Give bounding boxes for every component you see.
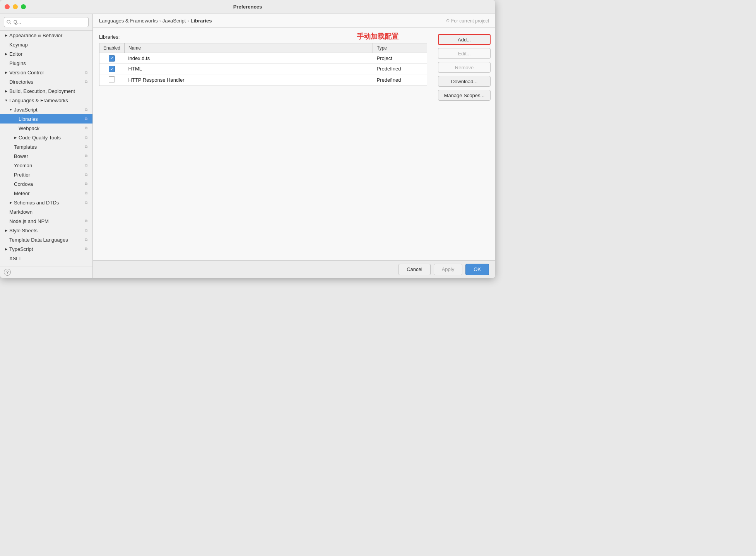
manage-scopes-button[interactable]: Manage Scopes... [438, 90, 491, 101]
window-title: Preferences [233, 4, 262, 10]
table-row[interactable]: HTTP Response HandlerPredefined [99, 74, 427, 86]
copy-icon-webpack[interactable] [83, 125, 89, 131]
sidebar-item-webpack[interactable]: Webpack [0, 124, 92, 133]
sidebar: Appearance & BehaviorKeymapEditorPlugins… [0, 14, 93, 278]
copy-icon-bower[interactable] [83, 153, 89, 159]
cell-enabled-2 [99, 74, 125, 86]
remove-button[interactable]: Remove [438, 62, 491, 73]
copy-icon-directories[interactable] [83, 79, 89, 84]
arrow-icon-build [4, 89, 9, 93]
sidebar-item-template-data[interactable]: Template Data Languages [0, 235, 92, 244]
cell-enabled-1 [99, 63, 125, 74]
arrow-icon-languages [4, 98, 9, 103]
search-input[interactable] [4, 17, 89, 27]
chinese-annotation: 手动加载配置 [357, 32, 399, 41]
sidebar-item-typescript[interactable]: TypeScript [0, 244, 92, 254]
apply-button[interactable]: Apply [434, 264, 463, 275]
sidebar-item-yeoman[interactable]: Yeoman [0, 161, 92, 170]
help-button[interactable]: ? [4, 269, 11, 276]
cell-type-2: Predefined [373, 74, 427, 86]
sidebar-label-markdown: Markdown [9, 209, 89, 215]
sidebar-scroll: Appearance & BehaviorKeymapEditorPlugins… [0, 31, 92, 266]
copy-icon-templates[interactable] [83, 144, 89, 149]
sidebar-item-javascript[interactable]: JavaScript [0, 105, 92, 114]
sidebar-label-nodejs: Node.js and NPM [9, 218, 83, 224]
minimize-button[interactable] [13, 4, 18, 9]
copy-icon-cordova[interactable] [83, 181, 89, 187]
cell-type-1: Predefined [373, 63, 427, 74]
sidebar-label-prettier: Prettier [14, 172, 83, 178]
checkbox-checked-1[interactable] [109, 66, 115, 72]
sidebar-item-code-quality[interactable]: Code Quality Tools [0, 133, 92, 142]
sidebar-label-appearance: Appearance & Behavior [9, 33, 89, 38]
sidebar-item-prettier[interactable]: Prettier [0, 170, 92, 179]
sidebar-item-schemas[interactable]: Schemas and DTDs [0, 198, 92, 207]
sidebar-label-templates: Templates [14, 144, 83, 150]
checkbox-unchecked-2[interactable] [109, 76, 115, 82]
sidebar-item-editor[interactable]: Editor [0, 49, 92, 58]
breadcrumb-part-2: JavaScript [162, 18, 186, 24]
breadcrumb: Languages & Frameworks › JavaScript › Li… [99, 18, 489, 24]
sidebar-item-templates[interactable]: Templates [0, 142, 92, 151]
copy-icon-version-control[interactable] [83, 70, 89, 75]
main-content: Appearance & BehaviorKeymapEditorPlugins… [0, 14, 495, 278]
maximize-button[interactable] [21, 4, 26, 9]
sidebar-label-stylesheets: Style Sheets [9, 228, 83, 233]
sidebar-label-xslt: XSLT [9, 256, 89, 261]
arrow-icon-version-control [4, 70, 9, 75]
copy-icon-nodejs[interactable] [83, 218, 89, 224]
table-row[interactable]: index.d.tsProject [99, 53, 427, 64]
libraries-area: Libraries: Enabled Name Type index.d.tsP… [93, 28, 433, 260]
sidebar-item-markdown[interactable]: Markdown [0, 207, 92, 216]
sidebar-label-libraries: Libraries [19, 116, 83, 122]
sidebar-item-directories[interactable]: Directories [0, 77, 92, 86]
libraries-table: Enabled Name Type index.d.tsProjectHTMLP… [99, 43, 427, 86]
cell-type-0: Project [373, 53, 427, 64]
copy-icon-typescript[interactable] [83, 246, 89, 252]
copy-icon-code-quality[interactable] [83, 135, 89, 140]
arrow-icon-code-quality [13, 135, 18, 140]
sidebar-item-nodejs[interactable]: Node.js and NPM [0, 216, 92, 226]
copy-icon-prettier[interactable] [83, 172, 89, 177]
checkbox-checked-0[interactable] [109, 55, 115, 62]
cell-name-1: HTML [125, 63, 373, 74]
sidebar-item-meteor[interactable]: Meteor [0, 189, 92, 198]
col-header-enabled: Enabled [99, 43, 125, 53]
ok-button[interactable]: OK [465, 264, 489, 275]
sidebar-item-cordova[interactable]: Cordova [0, 179, 92, 189]
cell-name-2: HTTP Response Handler [125, 74, 373, 86]
arrow-icon-editor [4, 51, 9, 56]
copy-icon-template-data[interactable] [83, 237, 89, 242]
close-button[interactable] [5, 4, 10, 9]
sidebar-item-plugins[interactable]: Plugins [0, 58, 92, 68]
download-button[interactable]: Download... [438, 76, 491, 87]
add-button[interactable]: Add... [438, 34, 491, 45]
sidebar-item-build[interactable]: Build, Execution, Deployment [0, 86, 92, 96]
sidebar-label-javascript: JavaScript [14, 107, 83, 113]
table-row[interactable]: HTMLPredefined [99, 63, 427, 74]
sidebar-item-version-control[interactable]: Version Control [0, 68, 92, 77]
copy-icon-javascript[interactable] [83, 107, 89, 112]
breadcrumb-sep-2: › [187, 18, 189, 24]
right-panel-wrapper: 手动加载配置 Languages & Frameworks › JavaScri… [93, 14, 495, 278]
copy-icon-meteor[interactable] [83, 190, 89, 196]
sidebar-item-xslt-file[interactable]: XSLT File Associations [0, 263, 92, 266]
arrow-icon-appearance [4, 33, 9, 38]
copy-icon-yeoman[interactable] [83, 163, 89, 168]
sidebar-item-bower[interactable]: Bower [0, 151, 92, 161]
copy-icon-libraries[interactable] [83, 116, 89, 122]
sidebar-bottom: ? [0, 266, 92, 278]
sidebar-item-languages[interactable]: Languages & Frameworks [0, 96, 92, 105]
sidebar-item-keymap[interactable]: Keymap [0, 40, 92, 49]
edit-button[interactable]: Edit... [438, 48, 491, 59]
sidebar-item-stylesheets[interactable]: Style Sheets [0, 226, 92, 235]
for-current-project-label: For current project [446, 18, 489, 24]
sidebar-item-libraries[interactable]: Libraries [0, 114, 92, 124]
copy-icon-stylesheets[interactable] [83, 228, 89, 233]
sidebar-search-area [0, 14, 92, 31]
cancel-button[interactable]: Cancel [399, 264, 430, 275]
sidebar-item-xslt[interactable]: XSLT [0, 254, 92, 263]
copy-icon-schemas[interactable] [83, 200, 89, 205]
arrow-icon-stylesheets [4, 228, 9, 233]
sidebar-item-appearance[interactable]: Appearance & Behavior [0, 31, 92, 40]
